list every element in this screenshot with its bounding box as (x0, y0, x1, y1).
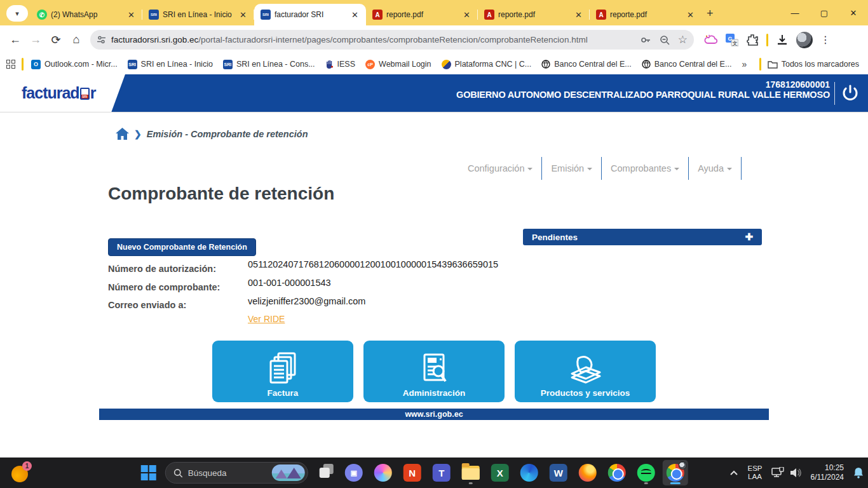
site-permissions-icon[interactable] (97, 35, 106, 44)
bookmark-webmail[interactable]: cP Webmail Login (365, 60, 431, 69)
tab-reporte-pdf-2[interactable]: A reporte.pdf ✕ (478, 4, 590, 25)
tab-sri-inicio[interactable]: SRI SRI en Línea - Inicio ✕ (142, 4, 254, 25)
url-host: facturadorsri.sri.gob.ec (111, 35, 198, 44)
volume-icon[interactable] (789, 467, 802, 478)
tab-reporte-pdf-1[interactable]: A reporte.pdf ✕ (366, 4, 478, 25)
all-bookmarks-button[interactable]: Todos los marcadores (768, 60, 859, 69)
notifications-bell-icon[interactable] (853, 467, 864, 478)
home-button[interactable]: ⌂ (66, 30, 86, 50)
bookmark-bce-1[interactable]: Banco Central del E... (541, 60, 632, 69)
file-explorer-button[interactable] (458, 460, 484, 485)
copilot-button[interactable] (370, 460, 396, 485)
chevron-down-icon (527, 168, 532, 170)
widgets-button[interactable]: 1 (11, 463, 31, 482)
hidden-icons-chevron[interactable] (729, 470, 738, 476)
address-bar[interactable]: facturadorsri.sri.gob.ec/portal-facturad… (90, 30, 694, 50)
menu-emision[interactable]: Emisión (542, 157, 602, 180)
zoom-out-icon[interactable] (659, 34, 670, 46)
site-footer: www.sri.gob.ec (99, 409, 769, 420)
breadcrumb-text: Emisión - Comprobante de retención (147, 129, 308, 139)
forward-button[interactable]: → (25, 30, 46, 50)
nitro-pdf-button[interactable]: N (400, 460, 425, 485)
word-button[interactable]: W (546, 460, 571, 485)
tile-productos-servicios[interactable]: Productos y servicios (515, 341, 656, 402)
home-icon[interactable] (116, 128, 129, 140)
downloads-icon[interactable] (776, 34, 789, 46)
bookmark-iess[interactable]: IESS (325, 60, 356, 69)
bookmark-label: Banco Central del E... (654, 60, 732, 69)
tab-title: reporte.pdf (498, 10, 570, 19)
task-view-button[interactable] (312, 460, 337, 485)
chat-app-button[interactable]: ▣ (341, 460, 367, 485)
search-highlight-image[interactable] (272, 464, 305, 481)
tile-factura[interactable]: Factura (212, 341, 353, 402)
expand-plus-icon[interactable]: ✚ (745, 231, 753, 243)
voucher-number-value: 001-001-000001543 (248, 278, 331, 288)
network-icon[interactable] (771, 467, 784, 478)
bookmark-sri-consultas[interactable]: SRI SRI en Línea - Cons... (223, 60, 315, 69)
copilot-icon (374, 464, 392, 482)
menu-ayuda[interactable]: Ayuda (689, 157, 742, 180)
bookmark-label: Plataforma CNC | C... (455, 60, 532, 69)
language-indicator[interactable]: ESP LAA (747, 464, 762, 481)
tab-close-icon[interactable]: ✕ (238, 10, 248, 20)
pdf-icon: A (484, 10, 494, 20)
spotify-button[interactable] (634, 460, 659, 485)
task-view-icon (320, 468, 330, 478)
tab-close-icon[interactable]: ✕ (574, 10, 583, 20)
menu-comprobantes[interactable]: Comprobantes (602, 157, 689, 180)
tile-administracion[interactable]: Administración (363, 341, 505, 402)
email-sent-label: Correo enviado a: (108, 300, 186, 310)
bookmark-sri-inicio[interactable]: SRI SRI en Línea - Inicio (128, 60, 213, 69)
ver-ride-link[interactable]: Ver RIDE (248, 314, 285, 324)
bookmarks-right-divider (759, 58, 761, 71)
tab-close-icon[interactable]: ✕ (350, 10, 360, 20)
tab-facturador-sri-active[interactable]: SRI facturador SRI ✕ (254, 4, 366, 25)
bookmark-outlook[interactable]: O Outlook.com - Micr... (31, 60, 118, 69)
tab-title: SRI en Línea - Inicio (163, 10, 234, 19)
close-window-button[interactable]: ✕ (839, 8, 868, 18)
maximize-button[interactable]: ▢ (810, 8, 839, 18)
footer-url: www.sri.gob.ec (405, 410, 463, 419)
authorization-number-label: Número de autorización: (108, 264, 216, 274)
browser-menu-icon[interactable]: ⋮ (820, 34, 831, 46)
edge-button[interactable] (517, 460, 542, 485)
tab-close-icon[interactable]: ✕ (686, 10, 695, 20)
taskbar-search[interactable]: Búsqueda (165, 462, 308, 484)
firefox-button[interactable] (575, 460, 600, 485)
new-tab-button[interactable]: + (707, 7, 714, 20)
url-text[interactable]: facturadorsri.sri.gob.ec/portal-facturad… (111, 35, 635, 44)
reload-button[interactable]: ⟳ (46, 30, 66, 50)
logout-power-icon[interactable] (840, 83, 860, 104)
menu-configuracion[interactable]: Configuración (459, 157, 542, 180)
chrome-button[interactable] (604, 460, 630, 485)
pendientes-panel-header[interactable]: Pendientes ✚ (523, 229, 762, 245)
tab-reporte-pdf-3[interactable]: A reporte.pdf ✕ (590, 4, 702, 25)
profile-avatar[interactable] (796, 32, 813, 48)
tab-close-icon[interactable]: ✕ (126, 10, 136, 20)
extensions-puzzle-icon[interactable] (746, 34, 759, 46)
back-button[interactable]: ← (5, 30, 25, 50)
tab-whatsapp[interactable]: ✆ (2) WhatsApp ✕ (31, 4, 142, 25)
browser-toolbar: ← → ⟳ ⌂ facturadorsri.sri.gob.ec/portal-… (0, 25, 868, 54)
start-button[interactable] (136, 460, 161, 485)
teams-button[interactable]: T (429, 460, 454, 485)
apps-grid-icon[interactable] (6, 60, 15, 69)
extension-cloud-icon[interactable] (704, 34, 718, 46)
facturador-page: facturad r 1768120600001 GOBIERNO AUTONO… (0, 74, 868, 458)
translate-icon[interactable]: G 文 (726, 34, 738, 46)
tab-close-icon[interactable]: ✕ (462, 10, 471, 20)
excel-button[interactable]: X (487, 460, 513, 485)
facturador-logo[interactable]: facturad r (22, 84, 95, 102)
spotify-icon (637, 464, 655, 482)
password-key-icon[interactable] (640, 34, 651, 46)
minimize-button[interactable]: — (780, 8, 810, 18)
chrome-active-button[interactable] (663, 460, 688, 485)
new-retention-voucher-button[interactable]: Nuevo Comprobante de Retención (108, 238, 256, 256)
bookmark-star-icon[interactable]: ☆ (678, 33, 688, 46)
tab-search-button[interactable]: ▾ (6, 5, 28, 22)
bookmark-bce-2[interactable]: Banco Central del E... (642, 60, 732, 69)
clock[interactable]: 10:25 6/11/2024 (811, 463, 844, 482)
bookmarks-overflow-chevron[interactable]: » (742, 59, 747, 69)
bookmark-cnc[interactable]: Plataforma CNC | C... (442, 60, 532, 69)
